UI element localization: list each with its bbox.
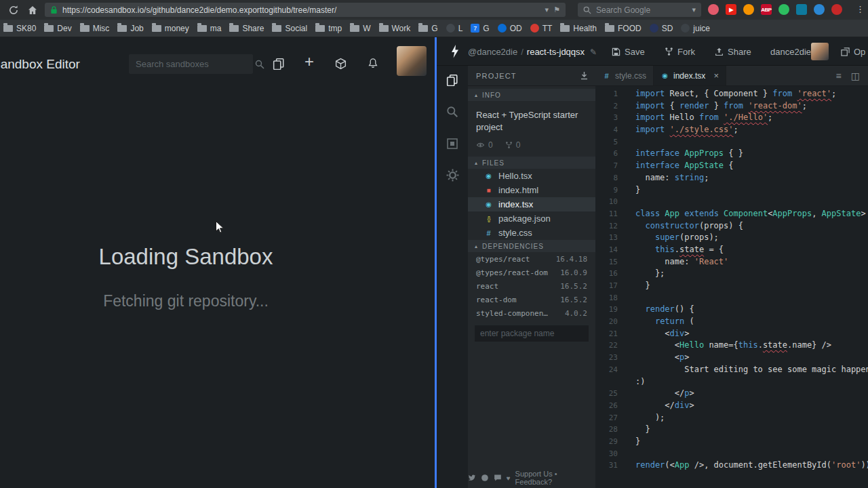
bookmark-flag-icon[interactable]: ⚑ <box>553 5 560 14</box>
close-icon[interactable]: × <box>713 70 719 81</box>
footer-text[interactable]: Support Us • Feedback? <box>515 470 595 486</box>
bookmark-item[interactable]: money <box>152 24 189 33</box>
extension-icon[interactable] <box>743 4 754 15</box>
dependency-item[interactable]: @types/react-dom16.0.9 <box>468 266 595 279</box>
bookmark-item[interactable]: OD <box>498 24 522 33</box>
save-button[interactable]: Save <box>612 37 645 66</box>
dependencies-section-header[interactable]: ▴ DEPENDENCIES <box>468 240 595 252</box>
file-item[interactable]: ■index.html <box>468 183 595 197</box>
bookmark-item[interactable]: Work <box>379 24 411 33</box>
bookmark-item[interactable]: Dev <box>44 24 71 33</box>
bookmark-item[interactable]: SK80 <box>3 24 36 33</box>
code-line[interactable]: 6interface AppProps { } <box>595 148 868 160</box>
bookmark-item[interactable]: FOOD <box>605 24 642 33</box>
code-line[interactable]: 29} <box>595 436 868 448</box>
search-panel-icon[interactable] <box>446 106 458 118</box>
project-panel-header[interactable]: PROJECT <box>468 66 595 85</box>
avatar[interactable] <box>811 43 829 60</box>
sandbox-owner[interactable]: @dance2die <box>468 47 517 57</box>
dropdown-caret-icon[interactable]: ▾ <box>545 5 549 14</box>
code-line[interactable]: 4import './style.css'; <box>595 124 868 136</box>
bookmark-item[interactable]: W <box>350 24 370 33</box>
open-files-menu-icon[interactable]: ≡ <box>836 70 842 81</box>
code-line[interactable]: 15 name: 'React' <box>595 256 868 268</box>
files-section-header[interactable]: ▴ FILES <box>468 157 595 169</box>
settings-gear-icon[interactable] <box>446 169 459 182</box>
code-line[interactable]: 14 this.state = { <box>595 244 868 256</box>
code-editor[interactable]: 1import React, { Component } from 'react… <box>595 86 868 488</box>
bookmark-item[interactable]: juice <box>681 24 710 33</box>
avatar[interactable] <box>397 46 427 76</box>
extension-icon[interactable] <box>831 4 842 15</box>
comment-icon[interactable] <box>494 474 502 482</box>
extension-icon[interactable]: ABP <box>761 4 772 15</box>
bookmark-item[interactable]: Share <box>229 24 264 33</box>
tab-index-tsx[interactable]: ◉ index.tsx × <box>654 66 726 85</box>
bookmark-item[interactable]: Misc <box>80 24 110 33</box>
bookmark-item[interactable]: Job <box>117 24 143 33</box>
info-section-header[interactable]: ▴ INFO <box>468 89 595 101</box>
add-dependency-input[interactable] <box>475 325 589 342</box>
code-line[interactable]: 23 <p> <box>595 352 868 364</box>
file-item[interactable]: #style.css <box>468 226 595 240</box>
code-line[interactable]: 10 <box>595 196 868 208</box>
dependency-item[interactable]: react16.5.2 <box>468 279 595 293</box>
bookmark-item[interactable]: TT <box>530 24 553 33</box>
code-line[interactable]: 9} <box>595 184 868 197</box>
code-line[interactable]: 20 return ( <box>595 316 868 328</box>
code-line[interactable]: 21 <div> <box>595 328 868 340</box>
code-line[interactable]: 19 render() { <box>595 304 868 316</box>
sandbox-name[interactable]: react-ts-jdqqsx <box>527 47 585 57</box>
copy-sandbox-icon[interactable] <box>273 58 285 70</box>
code-line[interactable]: 27 ); <box>595 412 868 424</box>
code-line[interactable]: 11class App extends Component<AppProps, … <box>595 208 868 220</box>
bookmark-item[interactable]: 7G <box>471 24 489 33</box>
extension-icon[interactable]: ▶ <box>726 4 736 15</box>
code-line[interactable]: 31render(<App />, document.getElementByI… <box>595 460 868 472</box>
search-engine-caret-icon[interactable]: ▾ <box>692 5 696 14</box>
deploy-panel-icon[interactable] <box>446 138 458 150</box>
share-button[interactable]: Share <box>715 37 751 66</box>
code-line[interactable]: 24 Start editing to see some magic happe… <box>595 364 868 376</box>
code-line[interactable]: 13 super(props); <box>595 232 868 244</box>
new-sandbox-icon[interactable]: + <box>304 55 314 68</box>
code-line[interactable]: 12 constructor(props) { <box>595 220 868 232</box>
bookmark-item[interactable]: SD <box>650 24 673 33</box>
search-sandboxes-input[interactable] <box>136 59 255 69</box>
browser-search-box[interactable]: Search Google ▾ <box>578 3 701 17</box>
code-line[interactable]: 25 </p> <box>595 388 868 400</box>
dependency-item[interactable]: react-dom16.5.2 <box>468 293 595 306</box>
bookmark-item[interactable]: Health <box>560 24 597 33</box>
extension-icon[interactable] <box>708 4 719 15</box>
account-menu[interactable]: dance2die <box>770 37 811 66</box>
dependency-item[interactable]: @types/react16.4.18 <box>468 252 595 266</box>
github-icon[interactable] <box>481 474 489 482</box>
code-line[interactable]: 17 } <box>595 280 868 292</box>
file-item[interactable]: ◉Hello.tsx <box>468 169 595 183</box>
file-item[interactable]: ◉index.tsx <box>468 197 595 211</box>
codesandbox-bolt-icon[interactable] <box>450 45 459 58</box>
extension-icon[interactable] <box>796 4 807 15</box>
browser-menu-icon[interactable]: ⋮ <box>856 4 865 14</box>
extension-icon[interactable] <box>814 4 825 15</box>
edit-pencil-icon[interactable]: ✎ <box>590 47 597 57</box>
fork-button[interactable]: Fork <box>665 37 695 66</box>
bookmark-item[interactable]: Social <box>272 24 307 33</box>
code-line[interactable]: 30 <box>595 448 868 460</box>
home-button[interactable] <box>27 5 38 16</box>
bookmark-item[interactable]: ma <box>197 24 222 33</box>
open-in-editor-button[interactable]: Op <box>841 37 865 66</box>
code-line[interactable]: :) <box>595 376 868 388</box>
notifications-bell-icon[interactable] <box>367 58 379 70</box>
code-line[interactable]: 2import { render } from 'react-dom'; <box>595 100 868 113</box>
code-line[interactable]: 22 <Hello name={this.state.name} /> <box>595 340 868 352</box>
bookmark-item[interactable]: L <box>446 24 463 33</box>
file-item[interactable]: {}package.json <box>468 211 595 226</box>
code-line[interactable]: 18 <box>595 292 868 304</box>
bookmark-item[interactable]: G <box>418 24 437 33</box>
code-line[interactable]: 7interface AppState { <box>595 160 868 172</box>
extension-icon[interactable] <box>778 4 789 15</box>
search-sandboxes-box[interactable] <box>129 54 253 74</box>
tab-style-css[interactable]: # style.css <box>595 66 654 85</box>
code-line[interactable]: 3import Hello from './Hello'; <box>595 112 868 124</box>
